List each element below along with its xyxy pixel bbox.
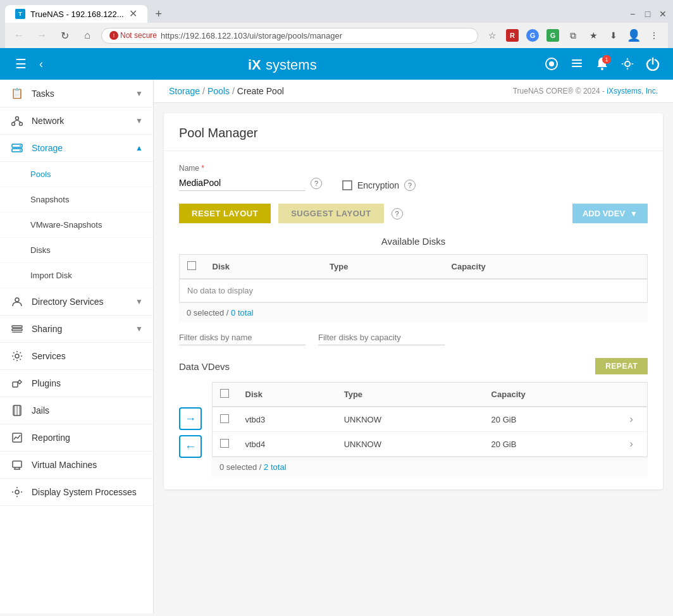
address-bar[interactable]: ! Not secure https://192.168.122.103/ui/… xyxy=(101,28,478,44)
window-controls: − □ ✕ xyxy=(627,9,668,19)
button-row: RESET LAYOUT SUGGEST LAYOUT ? ADD VDEV ▼ xyxy=(179,204,648,223)
power-button[interactable] xyxy=(643,54,663,74)
move-left-button[interactable]: ← xyxy=(179,435,202,458)
tasks-list-button[interactable] xyxy=(567,54,587,74)
name-input-row: ? xyxy=(179,175,322,191)
bookmark-button[interactable]: ★ xyxy=(584,27,602,44)
sidebar-item-disks[interactable]: Disks xyxy=(0,238,153,263)
truecommand-icon xyxy=(545,57,559,71)
reload-button[interactable]: ↻ xyxy=(56,27,73,44)
display-processes-icon xyxy=(10,486,24,498)
extensions-button[interactable]: ⧉ xyxy=(564,27,582,44)
ixsystems-link[interactable]: iXsystems, Inc. xyxy=(607,87,658,95)
vdev-row-vtbd3-detail-button[interactable]: › xyxy=(630,414,633,424)
sidebar-label-dir-services: Directory Services xyxy=(32,297,128,307)
svg-point-17 xyxy=(20,150,21,151)
breadcrumb-pools[interactable]: Pools xyxy=(207,86,230,96)
vdev-row-vtbd3-checkbox[interactable] xyxy=(220,414,229,423)
sidebar-item-vmware-snapshots[interactable]: VMware-Snapshots xyxy=(0,213,153,238)
minimize-button[interactable]: − xyxy=(627,9,638,19)
reset-layout-button[interactable]: RESET LAYOUT xyxy=(179,204,271,223)
profile-button[interactable]: 👤 xyxy=(625,27,643,44)
extension-1-button[interactable]: R xyxy=(503,27,521,44)
tasks-arrow-icon: ▼ xyxy=(135,89,143,98)
name-encryption-row: Name * ? En xyxy=(179,164,648,191)
sidebar-label-vmware-snapshots: VMware-Snapshots xyxy=(30,220,102,230)
bookmark-star-button[interactable]: ☆ xyxy=(483,27,501,44)
sidebar-item-vms[interactable]: Virtual Machines xyxy=(0,452,153,479)
breadcrumb-storage[interactable]: Storage xyxy=(169,86,200,96)
repeat-button[interactable]: REPEAT xyxy=(595,358,648,374)
new-tab-button[interactable]: + xyxy=(150,5,168,23)
name-group: Name * ? xyxy=(179,164,322,191)
available-disks-section: Available Disks Disk Type xyxy=(179,236,648,323)
suggest-layout-button[interactable]: SUGGEST LAYOUT xyxy=(278,204,383,223)
sidebar-item-snapshots[interactable]: Snapshots xyxy=(0,187,153,213)
vdev-selected-label: 0 selected / xyxy=(219,462,264,472)
sidebar-item-jails[interactable]: Jails xyxy=(0,397,153,424)
sidebar-item-storage[interactable]: Storage ▲ xyxy=(0,135,153,162)
downloads-button[interactable]: ⬇ xyxy=(605,27,622,44)
plugins-svg xyxy=(11,378,23,389)
plugins-icon xyxy=(10,378,24,389)
vdev-row-vtbd4-checkbox-cell xyxy=(213,432,238,457)
sidebar-item-network[interactable]: Network ▼ xyxy=(0,108,153,135)
encryption-help-icon[interactable]: ? xyxy=(404,180,416,191)
notification-badge: 1 xyxy=(602,55,611,64)
sidebar-item-sharing[interactable]: Sharing ▼ xyxy=(0,316,153,343)
active-tab[interactable]: T TrueNAS - 192.168.122... ✕ xyxy=(5,5,147,23)
sidebar-item-tasks[interactable]: 📋 Tasks ▼ xyxy=(0,80,153,108)
vdev-capacity-col-header: Capacity xyxy=(484,383,622,407)
vdev-total-label: 2 total xyxy=(264,462,286,472)
vdev-select-all-header xyxy=(213,383,238,407)
hamburger-button[interactable]: ☰ xyxy=(10,54,32,74)
filter-by-capacity-input[interactable] xyxy=(318,330,445,345)
sidebar-item-import-disk[interactable]: Import Disk xyxy=(0,263,153,288)
vdev-row-vtbd4-checkbox[interactable] xyxy=(220,439,229,448)
tab-close-button[interactable]: ✕ xyxy=(129,9,137,19)
app-header: ☰ ‹ iX systems xyxy=(0,48,673,80)
layout-help-icon[interactable]: ? xyxy=(392,208,403,219)
filter-by-name-input[interactable] xyxy=(179,330,306,345)
home-button[interactable]: ⌂ xyxy=(78,27,96,44)
menu-button[interactable]: ⋮ xyxy=(645,27,663,44)
ext-icon-3: G xyxy=(546,29,559,42)
sidebar-item-display-processes[interactable]: Display System Processes xyxy=(0,479,153,506)
svg-line-12 xyxy=(13,120,17,123)
extension-3-button[interactable]: G xyxy=(544,27,562,44)
sidebar-item-directory-services[interactable]: Directory Services ▼ xyxy=(0,288,153,316)
extension-2-button[interactable]: G xyxy=(524,27,541,44)
sidebar-item-plugins[interactable]: Plugins xyxy=(0,370,153,397)
data-vdevs-header: Data VDevs REPEAT xyxy=(179,358,648,374)
add-vdev-button[interactable]: ADD VDEV ▼ xyxy=(572,204,648,223)
settings-button[interactable] xyxy=(617,54,638,74)
truecommand-button[interactable] xyxy=(541,54,562,74)
vdev-row-vtbd3-capacity: 20 GiB xyxy=(484,407,622,432)
sidebar-item-reporting[interactable]: Reporting xyxy=(0,424,153,452)
transfer-section: → ← xyxy=(179,382,648,477)
encryption-label[interactable]: Encryption ? xyxy=(342,180,416,191)
forward-button[interactable]: → xyxy=(33,27,51,44)
close-button[interactable]: ✕ xyxy=(658,9,668,19)
pool-name-input[interactable] xyxy=(179,175,306,191)
svg-point-16 xyxy=(20,145,21,147)
select-all-checkbox[interactable] xyxy=(187,261,196,270)
back-button[interactable]: ← xyxy=(10,27,28,44)
type-col-header: Type xyxy=(322,255,443,280)
vdev-row-vtbd3-type: UNKNOW xyxy=(337,407,484,432)
vdev-row-vtbd4-detail-button[interactable]: › xyxy=(630,438,633,449)
name-help-icon[interactable]: ? xyxy=(311,178,322,189)
encryption-text: Encryption xyxy=(357,180,399,190)
vdev-thead: Disk Type Capacity xyxy=(213,383,648,407)
sidebar-item-services[interactable]: Services xyxy=(0,343,153,370)
maximize-button[interactable]: □ xyxy=(643,9,653,19)
sidebar-item-pools[interactable]: Pools xyxy=(0,162,153,187)
move-right-button[interactable]: → xyxy=(179,407,202,430)
notifications-button[interactable]: 1 xyxy=(592,54,612,74)
sidebar-toggle-button[interactable]: ‹ xyxy=(39,58,43,71)
encryption-checkbox[interactable] xyxy=(342,180,352,190)
disk-select-all-header xyxy=(180,255,205,280)
vdev-select-all-checkbox[interactable] xyxy=(220,389,229,398)
svg-point-9 xyxy=(16,117,19,120)
sidebar-label-reporting: Reporting xyxy=(32,433,143,443)
